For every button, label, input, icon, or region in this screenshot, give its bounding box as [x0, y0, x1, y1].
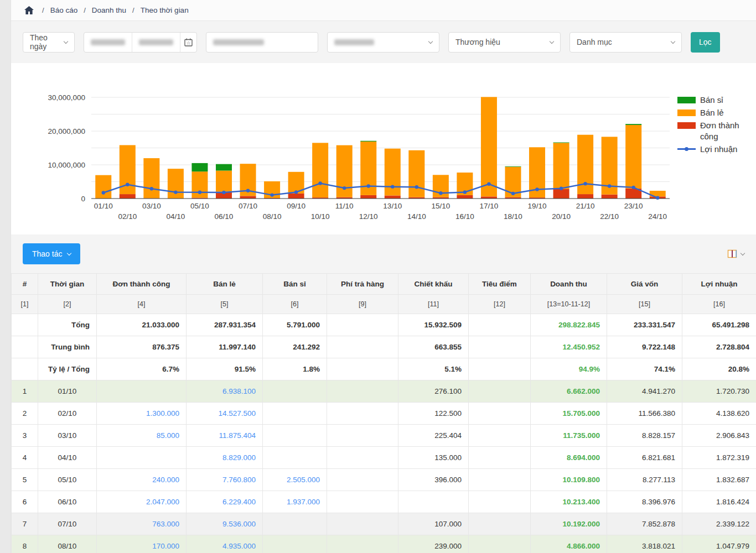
table-row: 202/101.300.00014.527.500122.50015.705.0…: [12, 403, 756, 425]
row-number: 6: [12, 491, 38, 513]
table-cell[interactable]: 763.000: [97, 513, 187, 535]
breadcrumb-item-bao-cao[interactable]: Báo cáo: [50, 6, 78, 14]
profit-point[interactable]: [560, 187, 563, 190]
bar-segment[interactable]: [553, 189, 569, 199]
bar-segment[interactable]: [553, 142, 569, 143]
brand-select[interactable]: Thương hiệu: [448, 32, 561, 53]
bar-segment[interactable]: [481, 196, 497, 199]
table-cell[interactable]: 240.000: [97, 469, 187, 491]
bar-segment[interactable]: [120, 194, 136, 199]
breadcrumb-item-theo-thoi-gian[interactable]: Theo thời gian: [141, 6, 189, 14]
table-cell[interactable]: 1.937.000: [263, 491, 327, 513]
profit-point[interactable]: [174, 190, 177, 194]
profit-point[interactable]: [656, 196, 659, 200]
legend-label: Lợi nhuận: [700, 144, 737, 155]
date-range-picker[interactable]: ☆: [84, 32, 197, 53]
column-index: [1]: [12, 295, 38, 314]
profit-point[interactable]: [150, 187, 153, 190]
table-cell[interactable]: 11.875.404: [187, 425, 263, 447]
table-cell: 10.192.000: [531, 513, 607, 535]
profit-point[interactable]: [487, 182, 490, 186]
profit-point[interactable]: [535, 187, 538, 191]
x-axis-label: 23/10: [624, 202, 643, 210]
profit-point[interactable]: [126, 183, 129, 186]
profit-point[interactable]: [198, 191, 201, 194]
table-cell[interactable]: 8.829.000: [187, 447, 263, 469]
breadcrumb-item-doanh-thu[interactable]: Doanh thu: [92, 6, 126, 14]
chevron-down-icon: [64, 39, 68, 43]
column-settings-icon[interactable]: [727, 249, 737, 259]
x-axis-label: 19/10: [528, 202, 547, 210]
category-select[interactable]: Danh mục: [569, 32, 682, 53]
profit-point[interactable]: [294, 190, 298, 194]
bar-segment[interactable]: [408, 150, 424, 197]
bar-segment[interactable]: [360, 141, 376, 142]
bar-segment[interactable]: [240, 196, 256, 199]
table-cell[interactable]: 85.000: [97, 425, 187, 447]
table-cell[interactable]: 6.229.400: [187, 491, 263, 513]
bar-segment[interactable]: [577, 194, 593, 199]
profit-point[interactable]: [608, 184, 611, 187]
breadcrumb-separator: /: [84, 6, 86, 14]
profit-point[interactable]: [102, 191, 105, 194]
bar-segment[interactable]: [385, 196, 401, 199]
profit-point[interactable]: [270, 193, 273, 196]
bar-segment[interactable]: [625, 125, 641, 189]
profit-point[interactable]: [367, 184, 370, 187]
table-cell[interactable]: 4.935.000: [187, 535, 263, 553]
search-product-input[interactable]: [206, 32, 318, 53]
bar-segment[interactable]: [457, 195, 473, 199]
table-cell: 1.047.979: [682, 535, 756, 553]
bar-segment[interactable]: [216, 164, 232, 171]
column-header: Bán sỉ: [263, 274, 327, 295]
profit-point[interactable]: [343, 186, 346, 190]
column-header: Phí trả hàng: [327, 274, 398, 295]
bar-segment[interactable]: [168, 169, 184, 199]
table-cell: 10.213.400: [531, 491, 607, 513]
home-icon[interactable]: [24, 6, 34, 14]
table-cell[interactable]: 7.760.800: [187, 469, 263, 491]
profit-point[interactable]: [222, 191, 225, 194]
chevron-down-icon[interactable]: [741, 251, 745, 255]
table-cell[interactable]: 170.000: [97, 535, 187, 553]
bar-segment[interactable]: [312, 143, 328, 197]
bar-segment[interactable]: [553, 143, 569, 189]
table-cell[interactable]: 2.505.000: [263, 469, 327, 491]
summary-cell: [469, 336, 531, 358]
bar-segment[interactable]: [602, 195, 618, 199]
table-cell[interactable]: 9.536.000: [187, 513, 263, 535]
profit-point[interactable]: [631, 186, 635, 189]
calendar-icon[interactable]: ☆: [180, 33, 196, 52]
table-cell[interactable]: 2.047.000: [97, 491, 187, 513]
profit-point[interactable]: [439, 191, 442, 195]
store-select[interactable]: [327, 32, 439, 53]
table-cell: 8.277.113: [607, 469, 682, 491]
profit-point[interactable]: [246, 189, 250, 192]
profit-point[interactable]: [463, 190, 467, 194]
date-to-field[interactable]: [132, 33, 180, 52]
table-cell[interactable]: 14.527.500: [187, 403, 263, 425]
summary-cell: 663.855: [398, 336, 469, 358]
table-cell[interactable]: 1.300.000: [97, 403, 187, 425]
bar-segment[interactable]: [288, 194, 304, 199]
bar-segment[interactable]: [625, 124, 641, 125]
bar-segment[interactable]: [481, 97, 497, 196]
bar-segment[interactable]: [360, 195, 376, 199]
bar-segment[interactable]: [505, 166, 521, 167]
actions-button[interactable]: Thao tác: [23, 243, 80, 264]
profit-point[interactable]: [415, 185, 418, 189]
bar-segment[interactable]: [191, 163, 208, 171]
profit-point[interactable]: [318, 181, 322, 185]
table-cell: [398, 491, 469, 513]
bar-segment[interactable]: [216, 171, 232, 192]
profit-point[interactable]: [511, 192, 515, 195]
filter-button[interactable]: Lọc: [691, 32, 720, 53]
summary-cell: [327, 314, 398, 336]
period-select[interactable]: Theo ngày: [23, 32, 75, 53]
profit-point[interactable]: [583, 182, 587, 185]
date-from-field[interactable]: [84, 33, 132, 52]
profit-point[interactable]: [391, 185, 394, 188]
table-cell[interactable]: 6.938.100: [187, 380, 263, 403]
bar-segment[interactable]: [95, 175, 111, 199]
bar-segment[interactable]: [143, 158, 159, 198]
